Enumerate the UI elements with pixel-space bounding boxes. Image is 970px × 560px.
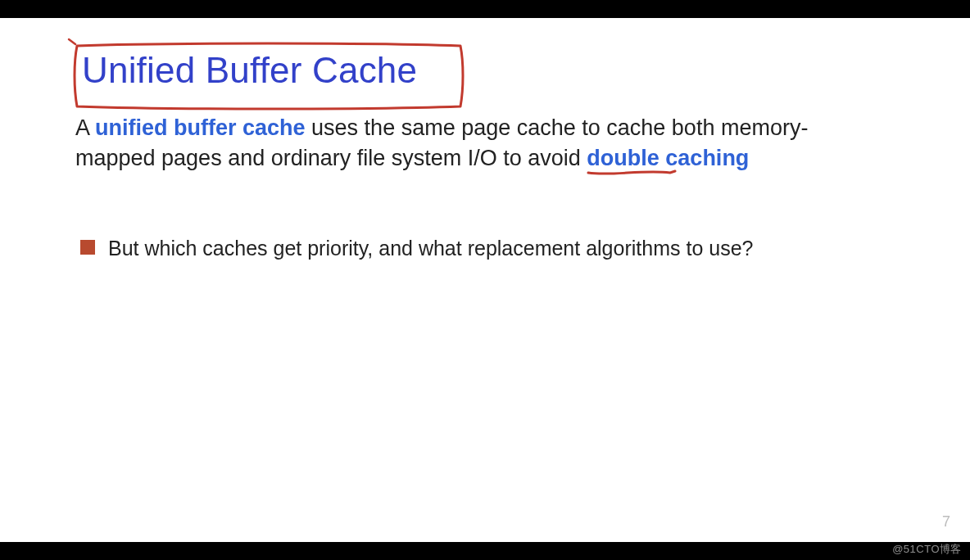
bullet-text: But which caches get priority, and what …	[108, 235, 753, 262]
square-bullet-icon	[80, 240, 95, 255]
keyword-unified-buffer-cache: unified buffer cache	[95, 115, 306, 140]
page-number: 7	[942, 513, 950, 531]
slide-content: Unified Buffer Cache A unified buffer ca…	[75, 44, 921, 262]
title-wrap: Unified Buffer Cache	[75, 44, 432, 93]
body-paragraph: A unified buffer cache uses the same pag…	[75, 113, 878, 173]
bullet-item: But which caches get priority, and what …	[75, 235, 878, 262]
keyword-double-caching: double caching	[587, 143, 749, 173]
slide: Unified Buffer Cache A unified buffer ca…	[0, 0, 970, 560]
body-pre: A	[75, 115, 95, 140]
slide-title: Unified Buffer Cache	[75, 44, 432, 93]
letterbox-bottom	[0, 542, 970, 560]
watermark: @51CTO博客	[892, 542, 962, 557]
letterbox-top	[0, 0, 970, 18]
